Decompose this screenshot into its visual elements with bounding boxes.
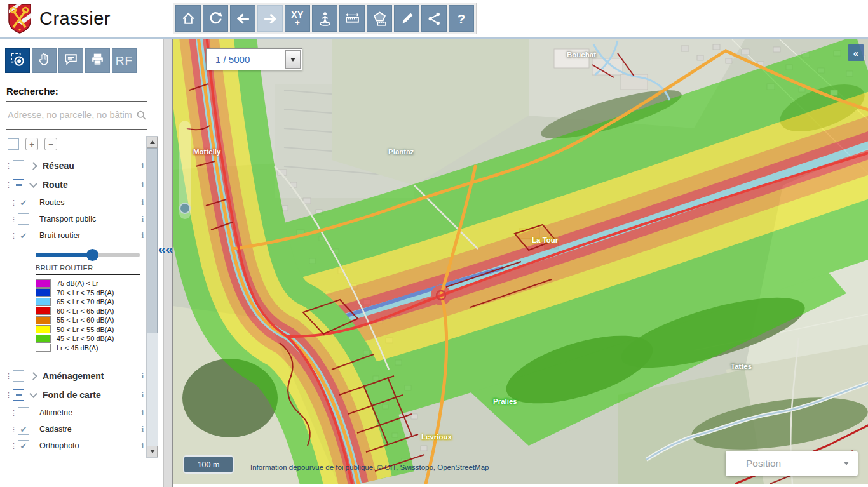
- checkbox-amenagement[interactable]: [13, 370, 24, 382]
- drag-handle-icon[interactable]: ⋮: [5, 373, 13, 380]
- legend-item-label: Lr < 45 dB(A): [57, 344, 98, 352]
- drag-handle-icon[interactable]: ⋮: [10, 232, 18, 239]
- map-zoom-slider[interactable]: [179, 121, 191, 219]
- forward-arrow-button[interactable]: [257, 5, 283, 32]
- chevron-down-icon[interactable]: [29, 390, 37, 398]
- legend-color-swatch: [36, 298, 51, 306]
- info-icon[interactable]: i: [141, 424, 144, 434]
- drag-handle-icon[interactable]: ⋮: [5, 163, 13, 170]
- collapse-all-button[interactable]: −: [44, 138, 57, 150]
- rf-button[interactable]: RF: [112, 48, 137, 73]
- streetview-icon: [317, 11, 333, 27]
- info-icon[interactable]: i: [141, 230, 144, 241]
- checkbox-reseau[interactable]: [13, 160, 24, 171]
- drag-handle-icon[interactable]: ⋮: [10, 443, 18, 450]
- measure-area-button[interactable]: [367, 5, 392, 32]
- legend-item-label: 55 < Lr < 60 dB(A): [57, 316, 114, 324]
- tree-item-amenagement: ⋮Aménagementi: [3, 366, 147, 385]
- legend-underline: [36, 274, 140, 275]
- info-icon[interactable]: i: [141, 390, 144, 400]
- info-icon[interactable]: i: [141, 161, 144, 171]
- tree-item-orthophoto: ⋮✔Orthophotoi: [3, 437, 147, 454]
- info-icon[interactable]: i: [141, 408, 144, 418]
- info-icon[interactable]: i: [141, 180, 144, 190]
- scrollbar-down-button[interactable]: [147, 446, 158, 457]
- pan-hand-icon: [36, 51, 52, 70]
- tree-scrollbar[interactable]: [146, 136, 158, 458]
- select-all-checkbox[interactable]: [8, 138, 19, 150]
- info-icon[interactable]: i: [141, 371, 144, 381]
- divider-line: [6, 101, 147, 102]
- legend-item: 60 < Lr < 65 dB(A): [36, 307, 140, 316]
- help-button[interactable]: ?: [449, 5, 474, 32]
- legend-color-swatch: [36, 335, 51, 343]
- pan-hand-button[interactable]: [32, 48, 57, 73]
- refresh-icon: [208, 11, 224, 27]
- legend-item-label: 65 < Lr < 70 dB(A): [57, 298, 114, 305]
- legend-item: 75 dB(A) < Lr: [36, 279, 140, 288]
- print-button[interactable]: [85, 48, 110, 73]
- legend-item: 65 < Lr < 70 dB(A): [36, 297, 140, 307]
- draw-button[interactable]: [394, 5, 419, 32]
- checkbox-route[interactable]: [13, 179, 24, 190]
- xy-coordinates-button[interactable]: XY+: [285, 5, 310, 32]
- scale-select[interactable]: 1 / 5000: [206, 48, 302, 70]
- tree-item-label: Orthophoto: [39, 441, 79, 450]
- info-icon[interactable]: i: [141, 197, 144, 208]
- drag-handle-icon[interactable]: ⋮: [10, 410, 18, 417]
- xy-coordinates-icon: XY+: [291, 10, 304, 27]
- legend-item-label: 50 < Lr < 55 dB(A): [57, 326, 114, 333]
- collapse-sidebar-button[interactable]: ««: [158, 241, 173, 257]
- checkbox-bruit-routier[interactable]: ✔: [18, 230, 29, 241]
- streetview-button[interactable]: [312, 5, 337, 32]
- drag-handle-icon[interactable]: ⋮: [5, 182, 13, 189]
- checkbox-orthophoto[interactable]: ✔: [18, 440, 29, 451]
- info-icon[interactable]: i: [141, 214, 144, 224]
- tree-item-fond-de-carte: ⋮Fond de cartei: [3, 385, 147, 404]
- refresh-button[interactable]: [203, 5, 228, 32]
- checkbox-routes[interactable]: ✔: [18, 197, 29, 208]
- help-icon: ?: [458, 12, 466, 25]
- opacity-slider-handle[interactable]: [86, 249, 98, 261]
- crassier-coat-of-arms-logo: [8, 3, 32, 34]
- search-icon: [136, 110, 147, 121]
- scrollbar-up-button[interactable]: [147, 137, 158, 148]
- legend-item: Lr < 45 dB(A): [36, 344, 140, 353]
- legend-color-swatch: [36, 307, 51, 315]
- map-canvas[interactable]: MottellyPlantazBouchatLa TourTattesPrali…: [173, 39, 868, 484]
- legend-color-swatch: [36, 279, 51, 288]
- back-arrow-button[interactable]: [230, 5, 255, 32]
- home-button[interactable]: [175, 5, 201, 32]
- expand-all-button[interactable]: +: [25, 138, 38, 150]
- measure-distance-button[interactable]: [339, 5, 365, 32]
- search-input[interactable]: [6, 109, 136, 121]
- checkbox-cadastre[interactable]: ✔: [18, 424, 29, 435]
- map-zoom-slider-handle[interactable]: [179, 203, 191, 214]
- legend-item: 45 < Lr < 50 dB(A): [36, 334, 140, 344]
- share-button[interactable]: [421, 5, 447, 32]
- chevron-right-icon[interactable]: [29, 372, 37, 380]
- chevron-right-icon[interactable]: [29, 162, 37, 170]
- comment-button[interactable]: [58, 48, 83, 73]
- collapse-toolbar-button[interactable]: «: [848, 44, 864, 61]
- map-attribution: Information dépourvue de foi publique. ©…: [250, 464, 489, 471]
- scale-dropdown-button[interactable]: [285, 50, 301, 69]
- legend-color-swatch: [36, 325, 51, 333]
- chevron-down-icon[interactable]: [29, 180, 37, 188]
- drag-handle-icon[interactable]: ⋮: [10, 426, 18, 433]
- map-scalebar: 100 m: [183, 455, 234, 474]
- bruit-routier-legend: BRUIT ROUTIER 75 dB(A) < Lr70 < Lr < 75 …: [36, 249, 140, 352]
- drag-handle-icon[interactable]: ⋮: [5, 392, 13, 399]
- tree-item-label: Réseau: [43, 161, 74, 171]
- legend-color-swatch: [36, 288, 51, 297]
- opacity-slider[interactable]: [36, 249, 140, 260]
- checkbox-fond-de-carte[interactable]: [13, 389, 24, 401]
- zoom-region-button[interactable]: [5, 48, 30, 73]
- scrollbar-thumb[interactable]: [147, 148, 158, 333]
- checkbox-altimetrie[interactable]: [18, 407, 29, 418]
- info-icon[interactable]: i: [141, 441, 144, 451]
- checkbox-transport-public[interactable]: [18, 213, 29, 225]
- drag-handle-icon[interactable]: ⋮: [10, 199, 18, 206]
- position-select[interactable]: Position: [726, 451, 858, 476]
- drag-handle-icon[interactable]: ⋮: [10, 216, 18, 223]
